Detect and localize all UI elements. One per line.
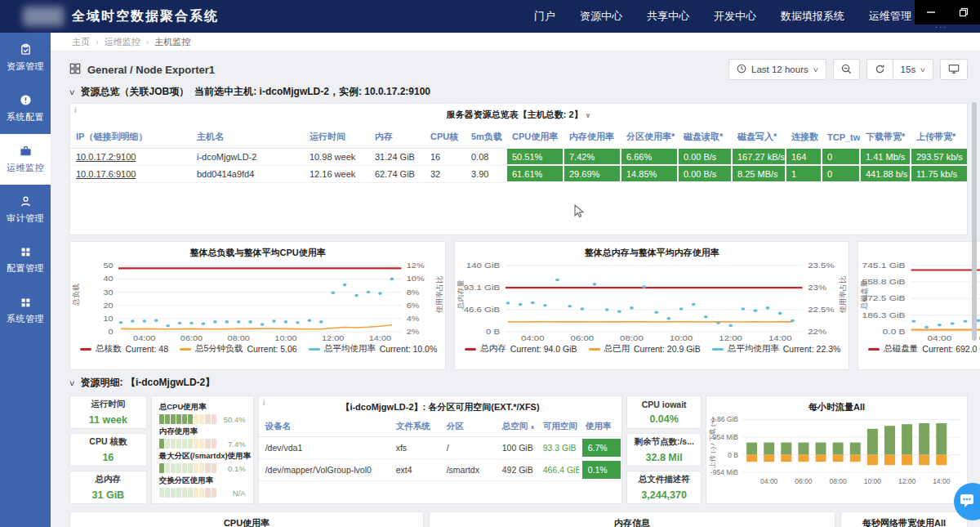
legend-item[interactable]: 总内存Current: 94.0 GiB — [465, 343, 577, 355]
col-cpu-usage[interactable]: CPU使用率 — [506, 127, 564, 148]
host-ip-link[interactable]: 10.0.17.6:9100 — [70, 165, 191, 182]
col-disk-read[interactable]: 磁盘读取* — [678, 127, 732, 148]
magnifier-minus-icon — [841, 64, 852, 76]
cell-memory: 31.24 GiB — [369, 148, 425, 165]
stat-remaining-nodes: 剩余节点数:/s... 32.8 Mil — [626, 433, 702, 467]
legend-item[interactable]: 总磁盘量Current: 692.0 GiB — [868, 343, 980, 355]
chart-legend: 总磁盘量Current: 692.0 GiB 总使用量Current: 22.1… — [858, 342, 980, 355]
cell-usage: 0.1% — [579, 459, 623, 481]
grid-icon — [20, 247, 31, 257]
refresh-interval-select[interactable]: 15s ∨ — [893, 59, 933, 80]
breadcrumb-host-monitoring[interactable]: 主机监控 — [154, 36, 190, 48]
nav-item-resource-center[interactable]: 资源中心 — [580, 9, 622, 24]
sidebar-item-resource-mgmt[interactable]: 资源管理 — [0, 33, 51, 83]
col-mem-usage[interactable]: 内存使用率 — [564, 127, 621, 148]
legend-item[interactable]: 总平均使用率Current: 22.3% — [712, 343, 841, 355]
legend-item[interactable]: 总核数Current: 48 — [80, 343, 168, 355]
nav-item-portal[interactable]: 门户 — [534, 9, 555, 24]
collapse-chevron-icon[interactable]: ∨ — [69, 379, 76, 387]
col-upload-bw[interactable]: 上传带宽* — [911, 127, 968, 148]
sidebar-item-system-config[interactable]: 系统配置 — [0, 83, 51, 134]
collapse-chevron-icon[interactable]: ∨ — [69, 88, 76, 96]
chevron-down-icon: ∨ — [920, 66, 926, 74]
overview-section-header[interactable]: ∨ 资源总览（关联JOB项） 当前选中主机: i-dcoMjgwLD-2，实例:… — [69, 83, 968, 100]
svg-text:46.6 GiB: 46.6 GiB — [464, 306, 501, 313]
col-usage[interactable]: 使用率 — [579, 417, 623, 437]
svg-text:0.0 B: 0.0 B — [883, 328, 906, 336]
panel-title: CPU使用率 — [70, 512, 423, 527]
overview-table-title[interactable]: 服务器资源总览表【主机总数: 2】 ∨ — [70, 104, 967, 121]
nav-item-data-report[interactable]: 数据填报系统 — [781, 9, 844, 24]
cell-load5m: 0.08 — [466, 148, 506, 165]
gauge-segment — [205, 488, 210, 498]
cell-cpu-usage: 61.61% — [506, 165, 564, 182]
svg-text:0 B: 0 B — [486, 328, 500, 335]
host-ip-link[interactable]: 10.0.17.2:9100 — [70, 148, 191, 165]
legend-item[interactable]: 总已用Current: 20.9 GiB — [589, 343, 701, 355]
minimize-icon[interactable] — [926, 7, 936, 17]
panel-info-icon[interactable]: i — [263, 398, 265, 407]
col-filesystem[interactable]: 文件系统 — [390, 417, 440, 437]
col-download-bw[interactable]: 下载带宽* — [860, 127, 911, 148]
col-total-space[interactable]: 总空间 ∧ — [496, 417, 537, 437]
nav-item-share-center[interactable]: 共享中心 — [647, 9, 689, 24]
col-load5m[interactable]: 5m负载 — [466, 127, 506, 148]
kiosk-mode-button[interactable] — [940, 59, 968, 80]
col-hostname[interactable]: 主机名 — [191, 127, 304, 148]
col-avail-space[interactable]: 可用空间 — [537, 417, 579, 437]
col-ip[interactable]: IP（链接到明细） — [70, 127, 191, 148]
col-uptime[interactable]: 运行时间 — [304, 127, 369, 148]
col-connections[interactable]: 连接数 — [786, 127, 822, 148]
server-overview-table: IP（链接到明细） 主机名 运行时间 内存 CPU核 5m负载 CPU使用率 内… — [70, 127, 968, 183]
breadcrumb-home[interactable]: 主页 — [72, 36, 90, 48]
gauge-segment — [188, 463, 193, 473]
gauge-segment — [171, 488, 176, 498]
monitor-icon — [948, 64, 960, 76]
legend-item[interactable]: 总平均使用率Current: 10.0% — [309, 343, 438, 355]
clock-icon — [737, 64, 746, 75]
svg-text:23%: 23% — [808, 284, 827, 292]
sidebar-item-audit-mgmt[interactable]: 审计管理 — [0, 185, 51, 235]
sort-asc-icon: ∧ — [530, 424, 535, 430]
legend-item[interactable]: 总5分钟负载Current: 5.06 — [180, 343, 297, 355]
sidebar-item-system-mgmt[interactable]: 系统管理 — [0, 286, 51, 337]
gauge-bar — [159, 414, 216, 424]
cell-hostname: i-dcoMjgwLD-2 — [191, 148, 304, 165]
col-partition[interactable]: 分区 — [440, 417, 496, 437]
cell-cpu-cores: 32 — [425, 165, 466, 182]
gauge-segment — [194, 488, 198, 498]
cell-tcp-tw: 0 — [822, 148, 860, 165]
chart-title: 整体总负载与整体平均CPU使用率 — [70, 242, 445, 259]
col-memory[interactable]: 内存 — [369, 127, 425, 148]
cell-total-space: 100 GiB — [496, 437, 537, 459]
panel-info-icon[interactable]: i — [74, 105, 77, 114]
col-device[interactable]: 设备名 — [259, 417, 390, 437]
col-part-usage[interactable]: 分区使用率* — [621, 127, 678, 148]
col-cpu-cores[interactable]: CPU核 — [425, 127, 466, 148]
svg-text:6%: 6% — [407, 301, 420, 310]
svg-text:14:00: 14:00 — [768, 334, 792, 342]
gauge-segment — [182, 414, 187, 424]
time-range-picker[interactable]: Last 12 hours ∨ — [728, 59, 826, 80]
svg-text:954 MiB: 954 MiB — [713, 433, 739, 441]
col-disk-write[interactable]: 磁盘写入* — [732, 127, 786, 148]
nav-item-ops-management[interactable]: 运维管理 — [869, 9, 911, 24]
col-tcp-tw[interactable]: TCP_tw — [822, 127, 860, 148]
usage-gauges-panel: 总CPU使用率 50.4% 内存使用率 7.4% 最大分区(/smartdx)使… — [151, 395, 254, 504]
nav-item-dev-center[interactable]: 开发中心 — [714, 9, 756, 24]
gauge-segment — [176, 463, 181, 473]
sidebar-item-config-mgmt[interactable]: 配置管理 — [0, 235, 51, 286]
vertical-scrollbar[interactable] — [972, 102, 977, 341]
breadcrumb-ops-monitoring[interactable]: 运维监控 — [105, 36, 140, 48]
gauge-bar — [159, 439, 216, 449]
detail-section-header[interactable]: ∨ 资源明细: 【i-dcoMjgwLD-2】 — [69, 374, 968, 391]
refresh-button[interactable] — [866, 59, 893, 80]
restore-window-icon[interactable] — [959, 7, 969, 17]
stat-value: 16 — [70, 452, 146, 463]
sidebar-item-ops-monitoring[interactable]: 运维监控 — [0, 134, 51, 185]
overview-section-title: 资源总览（关联JOB项） — [81, 85, 189, 99]
sidebar-item-label: 资源管理 — [7, 60, 44, 73]
top-nav-menu: 门户 资源中心 共享中心 开发中心 数据填报系统 运维管理 — [534, 0, 911, 33]
zoom-out-time-button[interactable] — [833, 59, 860, 80]
cell-load5m: 3.90 — [466, 165, 506, 182]
